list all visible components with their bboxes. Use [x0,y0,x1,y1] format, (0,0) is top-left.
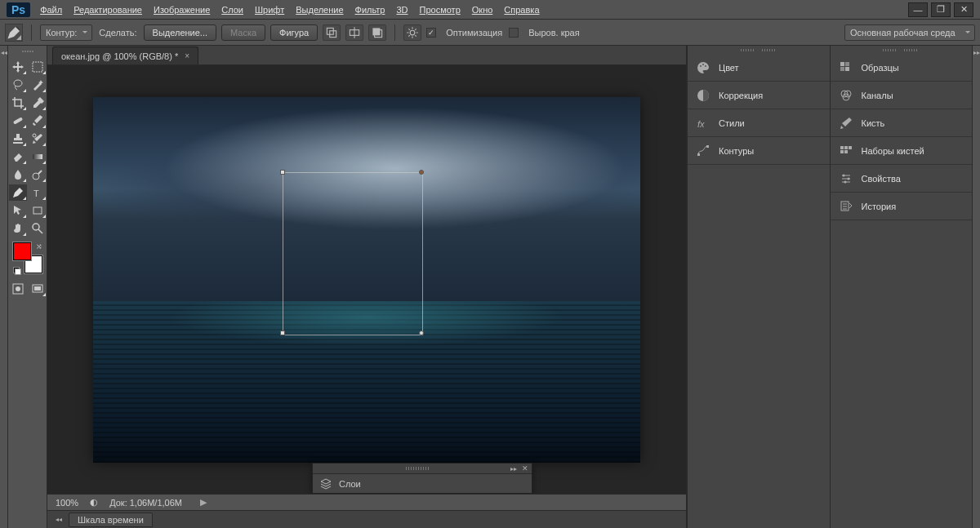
foreground-color[interactable] [13,242,31,260]
canvas[interactable] [93,97,640,463]
zoom-icon [31,222,44,235]
gradient-tool[interactable] [29,149,47,165]
zoom-level[interactable]: 100% [56,498,78,508]
panel-column-1: Цвет Коррекция fx Стили Контуры [687,46,830,528]
crop-tool[interactable] [9,95,27,111]
menu-select[interactable]: Выделение [296,5,343,15]
svg-point-6 [410,30,415,35]
panel-properties[interactable]: Свойства [831,165,973,193]
blur-tool[interactable] [9,166,27,183]
anchor-bottom-right[interactable] [419,331,424,335]
menu-help[interactable]: Справка [504,5,539,15]
lasso-tool[interactable] [9,77,27,93]
path-arrange-icon[interactable] [368,24,386,41]
shape-tool[interactable] [29,202,47,219]
make-selection-button[interactable]: Выделение... [144,24,216,41]
status-more-icon[interactable]: ▶ [200,497,207,508]
doc-size[interactable]: Док: 1,06M/1,06M [109,498,182,508]
active-tool-indicator[interactable] [5,24,23,42]
make-shape-button[interactable]: Фигура [270,24,318,41]
optimize-checkbox[interactable] [426,28,436,38]
workspace-selector[interactable]: Основная рабочая среда [844,24,975,41]
eraser-tool[interactable] [9,149,27,165]
panel-brushsets[interactable]: Наборы кистей [831,137,973,165]
marquee-tool[interactable] [29,59,47,75]
menu-layers[interactable]: Слои [221,5,243,15]
close-tab-icon[interactable]: × [185,51,189,60]
floating-panel-body: Слои [313,473,532,493]
panel-color[interactable]: Цвет [688,54,830,82]
menu-edit[interactable]: Редактирование [74,5,142,15]
expand-toolbox-arrow[interactable]: ◂◂ [0,46,8,528]
brush-tool[interactable] [29,113,47,129]
panel-brush[interactable]: Кисть [831,109,973,137]
status-preview-icon[interactable]: ◐ [90,497,98,508]
document-tab[interactable]: океан.jpg @ 100% (RGB/8) * × [52,47,198,64]
properties-icon [839,171,853,186]
move-tool[interactable] [9,59,27,75]
panel-label: Коррекция [719,91,763,100]
collapse-panel-icon[interactable]: ▸▸ [510,465,517,473]
panel-styles[interactable]: fx Стили [688,109,830,137]
collapse-panels-arrow[interactable]: ▸▸ [972,46,980,528]
heal-tool[interactable] [9,113,27,129]
align-edges-checkbox[interactable] [509,28,519,38]
anchor-top-right[interactable] [419,170,424,175]
svg-rect-34 [840,146,844,149]
svg-point-39 [842,174,844,176]
toolbox-grip[interactable] [16,51,40,55]
svg-rect-30 [845,67,849,71]
floating-panel-header[interactable]: ▸▸ ✕ [313,464,532,473]
color-swatches[interactable]: ⤭ [11,242,44,275]
make-mask-button[interactable]: Маска [221,24,265,41]
default-colors-icon[interactable] [13,267,21,275]
timeline-tab[interactable]: Шкала времени [69,512,153,527]
layers-floating-panel[interactable]: ▸▸ ✕ Слои [312,463,532,494]
quickmask-tool[interactable] [9,281,27,297]
timeline-collapse-icon[interactable]: ◂◂ [56,516,62,523]
dodge-tool[interactable] [29,166,47,183]
menu-window[interactable]: Окно [472,5,493,15]
canvas-viewport[interactable]: ▸▸ ✕ Слои [47,65,686,494]
wand-tool[interactable] [29,77,47,93]
panel-label: Образцы [862,63,899,73]
path-op-1-icon[interactable] [323,24,341,41]
close-button[interactable]: ✕ [954,2,973,17]
swap-colors-icon[interactable]: ⤭ [36,242,42,251]
menu-file[interactable]: Файл [40,5,62,15]
pen-tool[interactable] [9,184,27,201]
stamp-tool[interactable] [9,131,27,147]
panel-paths[interactable]: Контуры [688,137,830,165]
screenmode-tool[interactable] [29,281,47,297]
panel-history[interactable]: История [831,193,973,220]
path-select-tool[interactable] [9,202,27,219]
eyedropper-tool[interactable] [29,95,47,111]
zoom-tool[interactable] [29,220,47,237]
menu-bar: Ps Файл Редактирование Изображение Слои … [0,0,980,20]
path-shape[interactable] [283,172,423,335]
document-area: океан.jpg @ 100% (RGB/8) * × ▸▸ ✕ [47,46,686,528]
anchor-top-left[interactable] [280,170,285,175]
panel-swatches[interactable]: Образцы [831,54,973,82]
menu-3d[interactable]: 3D [396,5,408,15]
panel-label: Свойства [862,174,901,184]
panel-adjustments[interactable]: Коррекция [688,82,830,109]
anchor-bottom-left[interactable] [280,331,285,335]
panel-grip[interactable] [406,467,430,470]
tool-mode-dropdown[interactable]: Контур: [40,24,92,41]
menu-type[interactable]: Шрифт [255,5,284,15]
menu-filter[interactable]: Фильтр [355,5,385,15]
menu-image[interactable]: Изображение [154,5,210,15]
menu-view[interactable]: Просмотр [420,5,461,15]
svg-rect-11 [33,154,42,159]
maximize-button[interactable]: ❐ [931,2,951,17]
close-panel-icon[interactable]: ✕ [522,464,528,473]
hand-tool[interactable] [9,220,27,237]
text-tool[interactable]: T [29,184,47,201]
panel-channels[interactable]: Каналы [831,82,973,109]
gear-icon-button[interactable] [403,24,421,41]
paths-icon [696,144,710,158]
path-align-icon[interactable] [345,24,363,41]
minimize-button[interactable]: — [908,2,928,17]
history-brush-tool[interactable] [29,131,47,147]
